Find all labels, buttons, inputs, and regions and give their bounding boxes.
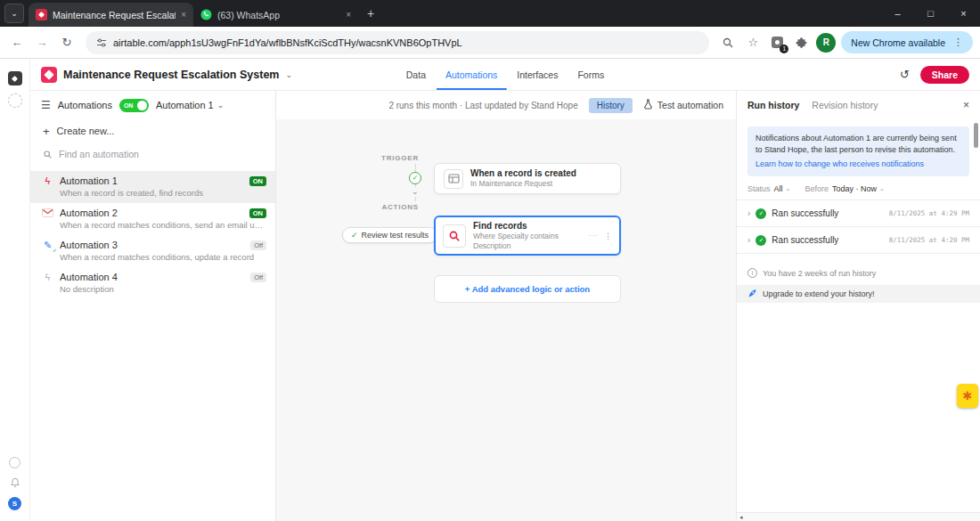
bolt-glyph: ϟ: [45, 273, 51, 282]
before-filter-label: Before: [804, 184, 829, 193]
review-test-results-pill[interactable]: ✓ Review test results: [342, 227, 437, 243]
header-nav: Data Automations Interfaces Forms: [397, 59, 613, 90]
automation-description: No description: [60, 284, 266, 294]
status-badge: ON: [249, 176, 266, 186]
tab-forms[interactable]: Forms: [568, 59, 613, 90]
run-status: Ran successfully: [772, 235, 838, 245]
vertical-scrollbar[interactable]: [973, 121, 979, 512]
upgrade-label: Upgrade to extend your history!: [763, 289, 875, 298]
status-circle-icon[interactable]: [9, 457, 20, 468]
status-filter-value: All: [774, 184, 783, 193]
browser-tab-whatsapp[interactable]: (63) WhatsApp ×: [193, 3, 358, 27]
flow-canvas: TRIGGER ✓ ⌄ ACTIONS When a record is cre…: [276, 119, 736, 521]
dashed-circle-icon[interactable]: [8, 94, 22, 108]
find-records-card[interactable]: Find records Where Specialty contains De…: [434, 216, 621, 256]
base-title[interactable]: Maintenance Request Escalation System: [63, 69, 279, 81]
before-filter-dropdown[interactable]: Today · Now ⌄: [832, 184, 885, 193]
run-row[interactable]: › ✓ Ran successfully 8/11/2025 at 4:20 P…: [737, 227, 980, 254]
url-bar[interactable]: airtable.com/apph1sU3wgFnF1dYa/wflbBNsfK…: [86, 31, 709, 54]
run-row[interactable]: › ✓ Ran successfully 8/11/2025 at 4:29 P…: [737, 200, 980, 227]
before-filter-value: Today · Now: [832, 184, 877, 193]
browser-titlebar: ⌄ Maintenance Request Escalation System …: [0, 0, 980, 27]
success-icon: ✓: [755, 235, 766, 246]
tab-close-icon[interactable]: ×: [346, 10, 351, 20]
upgrade-banner[interactable]: Upgrade to extend your history!: [737, 285, 980, 303]
pencil-glyph: ✎: [44, 240, 52, 250]
record-created-icon: [444, 169, 463, 189]
history-note: i You have 2 weeks of run history: [747, 268, 969, 278]
tab-interfaces[interactable]: Interfaces: [508, 59, 567, 90]
current-automation-dropdown[interactable]: Automation 1 ⌄: [156, 100, 224, 110]
update-label: New Chrome available: [851, 37, 945, 48]
profile-avatar[interactable]: R: [816, 33, 836, 53]
expand-run-icon[interactable]: ›: [747, 235, 750, 245]
scrollbar-thumb[interactable]: [974, 123, 978, 148]
reload-button[interactable]: ↻: [57, 33, 77, 53]
bell-icon[interactable]: [10, 477, 20, 488]
menu-icon[interactable]: ☰: [41, 99, 51, 111]
url-text: airtable.com/apph1sU3wgFnF1dYa/wflbBNsfK…: [113, 37, 462, 48]
forward-button[interactable]: →: [32, 33, 52, 53]
rail-user-avatar[interactable]: S: [8, 497, 21, 510]
close-panel-icon[interactable]: ×: [963, 99, 969, 111]
zoom-search-icon[interactable]: [718, 33, 738, 53]
tab-data[interactable]: Data: [397, 59, 435, 90]
rail-logo-icon[interactable]: [8, 71, 22, 85]
bookmark-star-icon[interactable]: ☆: [743, 33, 763, 53]
share-button[interactable]: Share: [920, 66, 969, 84]
test-automation-label: Test automation: [657, 100, 723, 110]
notification-link[interactable]: Learn how to change who receives notific…: [755, 159, 961, 170]
base-history-icon[interactable]: ↺: [900, 68, 910, 81]
tab-search-button[interactable]: ⌄: [4, 4, 24, 23]
status-badge: ON: [249, 208, 266, 218]
check-icon: ✓: [351, 231, 358, 240]
automation-on-toggle[interactable]: ON: [119, 99, 149, 112]
find-automation-input[interactable]: [59, 149, 263, 159]
card-menu-icon[interactable]: ···: [589, 232, 599, 240]
starburst-icon: ✱: [963, 390, 973, 402]
extensions-puzzle-icon[interactable]: [791, 33, 811, 53]
chevron-down-icon[interactable]: ⌄: [285, 70, 292, 79]
site-settings-icon[interactable]: [96, 37, 107, 48]
close-window-button[interactable]: ×: [947, 0, 980, 27]
scroll-left-icon[interactable]: ◂: [737, 514, 743, 521]
floating-extension-button[interactable]: ✱: [957, 384, 978, 408]
maximize-button[interactable]: □: [914, 0, 947, 27]
minimize-button[interactable]: –: [881, 0, 914, 27]
extension-button[interactable]: 1: [768, 34, 786, 52]
status-filter-dropdown[interactable]: All ⌄: [774, 184, 791, 193]
list-item-automation-3[interactable]: ✎ ✓ Automation 3 Off When a record match…: [30, 235, 275, 267]
list-item-automation-4[interactable]: ϟ Automation 4 Off No description: [30, 267, 275, 299]
horizontal-scrollbar[interactable]: ◂: [737, 512, 980, 521]
chrome-menu-icon[interactable]: ⋮: [953, 37, 963, 48]
tab-run-history[interactable]: Run history: [747, 100, 799, 110]
chevron-down-icon: ⌄: [11, 9, 18, 18]
browser-tab-airtable[interactable]: Maintenance Request Escalation System ×: [29, 3, 193, 27]
back-button[interactable]: ←: [7, 33, 27, 53]
add-action-button[interactable]: + Add advanced logic or action: [434, 275, 621, 303]
list-item-automation-2[interactable]: Automation 2 ON When a record matches co…: [30, 203, 275, 235]
automation-name: Automation 4: [60, 272, 118, 282]
automation-search[interactable]: [30, 142, 275, 166]
chrome-update-button[interactable]: New Chrome available ⋮: [841, 31, 973, 53]
connector-chevron-icon: ⌄: [411, 187, 420, 197]
notification-box: Notifications about Automation 1 are cur…: [747, 126, 969, 176]
trigger-card[interactable]: When a record is created In Maintenance …: [434, 163, 621, 194]
airtable-logo[interactable]: [41, 67, 57, 83]
create-new-label: Create new...: [57, 126, 115, 136]
list-item-automation-1[interactable]: ϟ Automation 1 ON When a record is creat…: [30, 171, 275, 203]
create-new-button[interactable]: + Create new...: [30, 119, 275, 142]
info-icon: i: [747, 268, 757, 278]
tab-title: Maintenance Request Escalation System: [53, 10, 176, 20]
new-tab-button[interactable]: +: [367, 6, 374, 20]
tab-automations[interactable]: Automations: [437, 59, 506, 90]
action-card-title: Find records: [473, 220, 559, 232]
run-panel-header: Run history Revision history ×: [737, 91, 980, 119]
tab-close-icon[interactable]: ×: [181, 10, 186, 20]
test-automation-button[interactable]: Test automation: [643, 99, 723, 111]
history-button[interactable]: History: [589, 98, 633, 113]
card-kebab-icon[interactable]: ⋮: [604, 232, 612, 240]
expand-run-icon[interactable]: ›: [747, 208, 750, 218]
tab-revision-history[interactable]: Revision history: [812, 100, 878, 110]
success-icon: ✓: [755, 208, 766, 219]
